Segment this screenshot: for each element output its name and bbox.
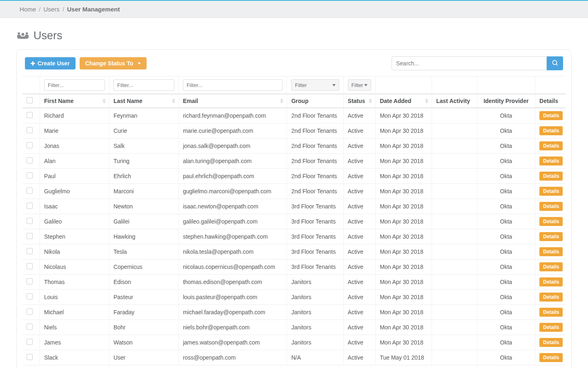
table-row: StephenHawkingstephen.hawking@openpath.c… — [22, 229, 566, 244]
header-row: First Name Last Name Email Group Status … — [22, 94, 566, 108]
filter-email[interactable] — [183, 79, 283, 91]
select-all-checkbox[interactable] — [27, 97, 33, 103]
col-last-name[interactable]: Last Name — [109, 94, 178, 108]
cell-first-name: Marie — [40, 123, 109, 139]
row-checkbox[interactable] — [27, 203, 33, 209]
cell-last-name: Watson — [109, 335, 178, 350]
cell-last-activity — [432, 350, 477, 365]
details-button[interactable]: Details — [539, 277, 563, 286]
table-row: NikolaTeslanikola.tesla@openpath.com3rd … — [22, 244, 566, 259]
row-checkbox[interactable] — [27, 339, 33, 345]
cell-identity-provider: Okta — [477, 199, 535, 214]
details-button[interactable]: Details — [539, 172, 563, 181]
row-checkbox[interactable] — [27, 263, 33, 269]
details-button[interactable]: Details — [539, 293, 563, 302]
row-checkbox[interactable] — [27, 142, 33, 148]
cell-date-added: Mon Apr 30 2018 — [376, 244, 432, 259]
details-button[interactable]: Details — [539, 202, 563, 211]
cell-group: N/A — [287, 350, 343, 365]
cell-identity-provider: Okta — [477, 259, 535, 275]
cell-last-activity — [432, 108, 477, 123]
caret-down-icon — [364, 84, 368, 86]
table-row: NielsBohrniels.bohr@openpath.comJanitors… — [22, 320, 566, 335]
breadcrumb-users[interactable]: Users — [44, 6, 60, 13]
row-checkbox[interactable] — [27, 324, 33, 330]
cell-first-name: Stephen — [40, 229, 109, 244]
cell-status: Active — [343, 335, 376, 350]
users-card: ✚ Create User Change Status To — [16, 49, 572, 369]
table-row: GalileoGalileigalileo.galilei@openpath.c… — [22, 214, 566, 229]
details-button[interactable]: Details — [539, 217, 563, 226]
breadcrumb-sep: / — [62, 6, 64, 13]
row-checkbox[interactable] — [27, 293, 33, 300]
create-user-button[interactable]: ✚ Create User — [25, 57, 76, 69]
table-row: IsaacNewtonisaac.newton@openpath.com3rd … — [22, 199, 566, 214]
col-status[interactable]: Status — [343, 94, 376, 108]
row-checkbox[interactable] — [27, 127, 33, 133]
cell-group: Janitors — [287, 305, 343, 320]
row-checkbox[interactable] — [27, 354, 33, 360]
details-button[interactable]: Details — [539, 232, 563, 241]
plus-icon: ✚ — [31, 61, 35, 66]
row-checkbox[interactable] — [27, 112, 33, 118]
filter-last-name[interactable] — [114, 79, 174, 91]
search-icon — [552, 60, 558, 67]
row-checkbox[interactable] — [27, 248, 33, 254]
details-button[interactable]: Details — [539, 111, 563, 120]
row-checkbox[interactable] — [27, 233, 33, 239]
breadcrumb-home[interactable]: Home — [20, 6, 36, 13]
details-button[interactable]: Details — [539, 323, 563, 332]
cell-email: isaac.newton@openpath.com — [178, 199, 287, 214]
row-checkbox[interactable] — [27, 218, 33, 224]
details-button[interactable]: Details — [539, 141, 563, 150]
change-status-label: Change Status To — [85, 60, 134, 66]
search-input[interactable] — [392, 56, 547, 70]
col-first-name[interactable]: First Name — [40, 94, 109, 108]
col-date-added[interactable]: Date Added — [376, 94, 432, 108]
cell-group: 3rd Floor Tenants — [287, 244, 343, 259]
cell-group: 3rd Floor Tenants — [287, 214, 343, 229]
cell-first-name: Louis — [40, 290, 109, 305]
cell-date-added: Mon Apr 30 2018 — [376, 154, 432, 169]
details-button[interactable]: Details — [539, 247, 563, 256]
details-button[interactable]: Details — [539, 338, 563, 347]
cell-last-name: Edison — [109, 275, 178, 290]
cell-date-added: Mon Apr 30 2018 — [376, 184, 432, 199]
details-button[interactable]: Details — [539, 353, 563, 362]
row-checkbox[interactable] — [27, 309, 33, 315]
page-title-text: Users — [33, 29, 62, 42]
sort-icon — [172, 99, 175, 103]
cell-status: Active — [343, 320, 376, 335]
cell-first-name: Paul — [40, 169, 109, 184]
cell-last-activity — [432, 214, 477, 229]
details-button[interactable]: Details — [539, 308, 563, 317]
table-row: SlackUserross@openpath.comN/AActiveTue M… — [22, 350, 566, 365]
cell-last-name: Curie — [109, 123, 178, 139]
cell-identity-provider: Okta — [477, 108, 535, 123]
change-status-button[interactable]: Change Status To — [80, 57, 147, 69]
row-checkbox[interactable] — [27, 188, 33, 194]
col-email[interactable]: Email — [178, 94, 287, 108]
row-checkbox[interactable] — [27, 172, 33, 179]
cell-last-activity — [432, 154, 477, 169]
cell-last-activity — [432, 259, 477, 275]
filter-group-dropdown[interactable]: Filter — [291, 79, 339, 91]
sort-icon — [102, 99, 106, 103]
filter-first-name[interactable] — [44, 79, 105, 91]
search-button[interactable] — [547, 56, 563, 70]
table-row: LouisPasteurlouis.pasteur@openpath.comJa… — [22, 290, 566, 305]
cell-email: ross@openpath.com — [178, 350, 287, 365]
cell-status: Active — [343, 139, 376, 154]
cell-last-activity — [432, 305, 477, 320]
table-row: JonasSalkjonas.salk@openpath.com2nd Floo… — [22, 139, 566, 154]
filter-status-dropdown[interactable]: Filter — [348, 79, 372, 91]
row-checkbox[interactable] — [27, 157, 33, 163]
row-checkbox[interactable] — [27, 278, 33, 284]
details-button[interactable]: Details — [539, 157, 563, 165]
cell-email: thomas.edison@openpath.com — [178, 275, 287, 290]
details-button[interactable]: Details — [539, 262, 563, 271]
cell-last-activity — [432, 229, 477, 244]
details-button[interactable]: Details — [539, 126, 563, 135]
table-row: RichardFeynmanrichard.feynman@openpath.c… — [22, 108, 566, 123]
details-button[interactable]: Details — [539, 187, 563, 196]
